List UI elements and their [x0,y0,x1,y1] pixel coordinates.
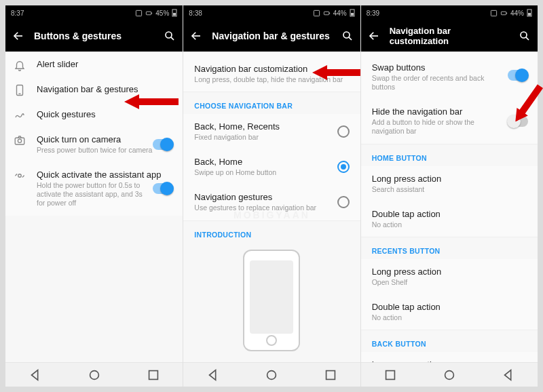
system-navbar [361,362,538,387]
nav-recents-icon[interactable] [146,368,161,383]
toggle-swap-buttons[interactable] [508,70,528,81]
system-navbar [5,362,183,387]
app-bar: Buttons & gestures [5,20,183,52]
item-label: Navigation bar & gestures [37,84,173,94]
search-icon[interactable] [519,30,531,42]
item-navbar-customization[interactable]: Navigation bar customization Long press,… [183,52,360,92]
svg-line-36 [526,37,529,40]
item-label: Navigation bar customization [194,64,350,74]
item-sub: No action [372,313,528,322]
nav-recents-icon[interactable] [383,368,398,383]
svg-point-11 [18,139,21,142]
item-sub: Add a button to hide or show the navigat… [372,118,504,136]
svg-rect-30 [501,12,506,15]
svg-rect-15 [149,370,157,379]
item-home-longpress[interactable]: Long press action Search assistant [361,166,538,201]
battery-level-icon [350,9,355,17]
item-navbar-gestures[interactable]: Navigation bar & gestures [5,77,183,102]
phone-illustration [243,250,300,351]
section-recents-button: RECENTS BUTTON [361,237,538,259]
item-recents-longpress[interactable]: Long press action Open Shelf [361,259,538,294]
item-label: Navigation gestures [194,192,350,202]
nav-back-icon[interactable] [206,368,221,383]
search-icon[interactable] [164,30,176,42]
item-home-doubletap[interactable]: Double tap action No action [361,201,538,237]
item-label: Long press action [372,267,528,277]
svg-marker-25 [209,370,215,380]
item-sub: Search assistant [372,185,528,194]
back-arrow-icon[interactable] [190,30,202,42]
item-sub: Hold the power button for 0.5s to activa… [37,181,173,208]
battery-icon [500,9,508,17]
content-area: Navigation bar customization Long press,… [183,52,360,362]
svg-point-14 [90,370,98,379]
toggle-quick-assistant[interactable] [153,183,173,194]
radio-icon[interactable] [337,196,350,208]
watermark-text: MOBIGYAAN [233,210,310,220]
status-bar: 8:37 45% [5,5,183,20]
nav-back-icon[interactable] [501,368,516,383]
svg-point-23 [343,32,350,38]
search-icon[interactable] [341,30,354,42]
status-battery: 44% [333,9,347,17]
back-arrow-icon[interactable] [368,30,380,42]
item-recents-doubletap[interactable]: Double tap action No action [361,294,538,330]
status-battery: 44% [510,9,524,17]
nav-home-icon[interactable] [264,368,279,383]
nav-recents-icon[interactable] [323,368,338,383]
svg-rect-4 [173,13,176,16]
section-home-button: HOME BUTTON [361,144,538,166]
item-swap-buttons[interactable]: Swap buttons Swap the order of recents a… [361,52,538,99]
svg-rect-17 [314,10,319,16]
item-label: Quick activate the assistant app [37,170,173,180]
system-navbar [183,362,360,387]
toggle-quick-camera[interactable] [153,139,173,150]
svg-line-7 [171,37,174,40]
item-sub: Swipe up on Home button [194,168,350,177]
status-right: 45% [135,9,177,17]
assistant-icon [14,170,27,183]
battery-level-icon [172,9,177,17]
content-area: Alert slider Navigation bar & gestures Q… [5,52,183,362]
status-time: 8:37 [11,9,24,17]
svg-point-38 [445,370,453,379]
svg-point-6 [166,32,172,38]
item-quick-assistant[interactable]: Quick activate the assistant app Hold th… [5,162,183,215]
item-hide-navbar[interactable]: Hide the navigation bar Add a button to … [361,99,538,143]
item-label: Alert slider [37,59,173,69]
svg-rect-21 [351,13,354,16]
svg-rect-0 [136,10,142,16]
radio-back-home-recents[interactable]: Back, Home, Recents Fixed navigation bar [183,114,360,149]
item-label: Long press action [372,174,528,184]
svg-point-26 [267,370,276,379]
item-label: Hide the navigation bar [372,106,504,117]
appbar-title: Navigation bar & gestures [212,31,331,41]
phone-icon [14,84,27,98]
nav-back-icon[interactable] [28,368,43,383]
item-label: Swap buttons [372,62,504,73]
bell-icon [14,59,27,73]
item-back-longpress[interactable]: Long press action No action [361,352,538,362]
back-arrow-icon[interactable] [12,30,24,42]
item-sub: Swap the order of recents and back butto… [372,74,504,92]
item-quick-gestures[interactable]: Quick gestures [5,102,183,127]
battery-icon [145,9,153,17]
toggle-hide-navbar[interactable] [508,116,528,127]
radio-back-home[interactable]: Back, Home Swipe up on Home button [183,149,360,184]
appbar-title: Navigation bar customization [390,26,509,46]
status-bar: 8:39 44% [361,5,538,20]
item-alert-slider[interactable]: Alert slider [5,52,183,77]
item-label: Double tap action [372,209,528,219]
content-area: Swap buttons Swap the order of recents a… [361,52,538,362]
battery-level-icon [527,9,532,17]
radio-icon[interactable] [337,125,350,138]
nav-home-icon[interactable] [442,368,457,383]
radio-icon[interactable] [337,161,350,173]
item-label: Back, Home [194,157,350,167]
nav-home-icon[interactable] [87,368,102,383]
status-time: 8:39 [367,9,379,17]
item-quick-camera[interactable]: Quick turn on camera Press power button … [5,127,183,162]
app-bar: Navigation bar & gestures [183,20,360,52]
app-bar: Navigation bar customization [361,20,538,52]
nfc-icon [313,9,320,17]
